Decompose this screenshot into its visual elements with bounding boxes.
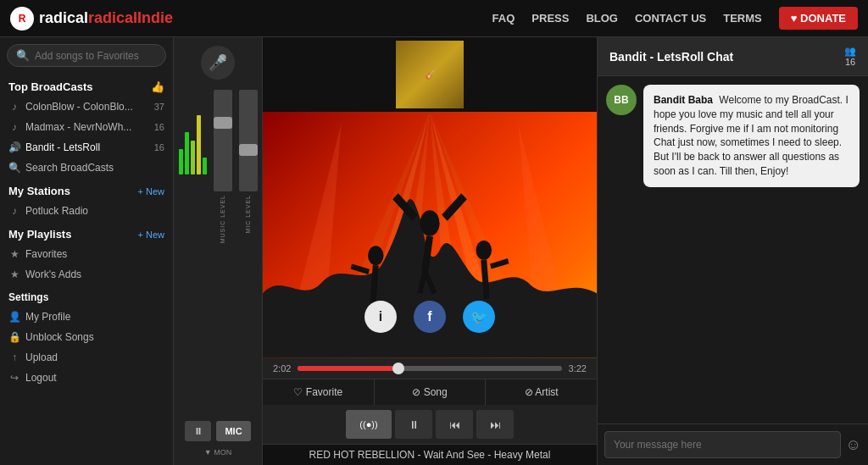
artist-button[interactable]: ⊘ Artist: [486, 379, 597, 405]
mixer: 🎤 MUSIC LEVEL MIC LEVEL: [174, 37, 263, 465]
radio-icon: ♪: [8, 205, 20, 217]
logout-icon: ↪: [8, 372, 20, 384]
sidebar: 🔍 Top BroadCasts 👍 ♪ ColonBlow - ColonBl…: [0, 37, 174, 465]
music-level-slider[interactable]: [214, 90, 232, 191]
current-time: 2:02: [273, 363, 291, 374]
lock-icon: 🔒: [8, 331, 20, 343]
svg-line-10: [444, 197, 464, 218]
facebook-button[interactable]: f: [414, 301, 446, 333]
listeners-icon: 👥: [844, 46, 856, 57]
transport-pause-button[interactable]: ⏸: [395, 410, 432, 439]
profile-icon: 👤: [8, 311, 20, 323]
mic-button[interactable]: MIC: [216, 421, 250, 441]
concert-image: i f 🐦: [263, 112, 597, 358]
listener-count: 16: [845, 57, 855, 67]
svg-line-16: [351, 267, 369, 272]
search-broadcasts-item[interactable]: 🔍 Search BroadCasts: [0, 158, 173, 178]
settings-profile[interactable]: 👤 My Profile: [0, 307, 173, 327]
note-icon-1: ♪: [8, 101, 20, 113]
next-button[interactable]: ⏭: [476, 410, 514, 439]
search-broadcasts-icon: 🔍: [8, 162, 20, 174]
transport-buttons: ((●)) ⏸ ⏮ ⏭: [263, 405, 597, 444]
broadcast-thumbnail-container: 🎸: [263, 37, 597, 112]
my-playlists-title: My Playlists + New: [0, 221, 173, 244]
nav-blog[interactable]: BLOG: [586, 12, 618, 25]
mic-icon: 🎤: [201, 46, 235, 80]
message-text: Welcome to my BroadCast. I hope you love…: [654, 94, 849, 177]
chat-header: Bandit - LetsRoll Chat 👥 16: [598, 37, 868, 76]
chat-avatar: BB: [606, 85, 637, 115]
concert-icons: i f 🐦: [364, 301, 495, 333]
svg-point-17: [476, 241, 492, 260]
progress-track[interactable]: [298, 366, 561, 371]
broadcast-item-1[interactable]: ♪ ColonBlow - ColonBlo... 37: [0, 97, 173, 117]
live-button[interactable]: ((●)): [346, 410, 392, 439]
now-playing-bar: RED HOT REBELLION - Wait And See - Heavy…: [263, 444, 597, 465]
nav-contact[interactable]: CONTACT US: [635, 12, 706, 25]
chat-area: Bandit - LetsRoll Chat 👥 16 BB Bandit Ba…: [597, 37, 868, 465]
prev-button[interactable]: ⏮: [436, 410, 473, 439]
mic-level-slider[interactable]: [239, 90, 258, 191]
pause-mixer-button[interactable]: ⏸: [185, 421, 211, 441]
search-box[interactable]: 🔍: [7, 44, 166, 67]
main-content: 🔍 Top BroadCasts 👍 ♪ ColonBlow - ColonBl…: [0, 37, 868, 465]
player-area: 🎸: [263, 37, 597, 465]
total-time: 3:22: [569, 363, 587, 374]
speaker-icon: 🔊: [8, 141, 20, 153]
svg-point-8: [420, 211, 439, 237]
message-sender: Bandit Baba: [654, 94, 713, 106]
svg-line-19: [491, 261, 509, 266]
mon-label: ▼ MON: [204, 448, 231, 457]
donate-button[interactable]: ♥ DONATE: [779, 7, 858, 30]
song-button[interactable]: ⊘ Song: [375, 379, 487, 405]
chat-input[interactable]: [604, 431, 841, 458]
chat-input-area: ☺: [598, 423, 868, 465]
twitter-button[interactable]: 🐦: [463, 301, 495, 333]
star-icon-2: ★: [8, 268, 20, 280]
chat-bubble: Bandit Baba Welcome to my BroadCast. I h…: [643, 85, 860, 187]
thumbs-up-icon: 👍: [151, 80, 164, 93]
chat-title: Bandit - LetsRoll Chat: [609, 50, 733, 64]
svg-line-11: [425, 236, 430, 272]
nav-terms[interactable]: TERMS: [723, 12, 762, 25]
station-item-1[interactable]: ♪ Potluck Radio: [0, 201, 173, 221]
svg-point-14: [368, 246, 384, 266]
settings-logout[interactable]: ↪ Logout: [0, 368, 173, 388]
mixer-btn-row: ⏸ MIC: [185, 421, 250, 441]
action-buttons: ♡ Favorite ⊘ Song ⊘ Artist: [263, 379, 597, 405]
my-stations-title: My Stations + New: [0, 178, 173, 201]
favorite-button[interactable]: ♡ Favorite: [263, 379, 375, 405]
progress-thumb[interactable]: [392, 363, 404, 374]
top-broadcasts-title: Top BroadCasts 👍: [0, 74, 173, 97]
nav-faq[interactable]: FAQ: [492, 12, 515, 25]
settings-title: Settings: [0, 285, 173, 307]
emoji-button[interactable]: ☺: [846, 436, 861, 454]
logo: R radicalradicalIndie: [10, 7, 173, 30]
progress-fill: [298, 366, 398, 371]
broadcast-item-3[interactable]: 🔊 Bandit - LetsRoll 16: [0, 137, 173, 158]
listener-counter: 👥 16: [844, 46, 856, 67]
playlist-works-adds[interactable]: ★ Work's Adds: [0, 264, 173, 285]
logo-icon: R: [10, 7, 34, 30]
chat-message-1: BB Bandit Baba Welcome to my BroadCast. …: [606, 85, 860, 187]
my-playlists-new-badge[interactable]: + New: [138, 230, 165, 240]
search-input[interactable]: [35, 50, 162, 62]
svg-line-15: [373, 266, 376, 305]
chat-messages: BB Bandit Baba Welcome to my BroadCast. …: [598, 76, 868, 423]
broadcast-item-2[interactable]: ♪ Madmax - NevrNoWh... 16: [0, 117, 173, 137]
settings-upload[interactable]: ↑ Upload: [0, 347, 173, 368]
my-stations-new-badge[interactable]: + New: [138, 186, 165, 197]
nav-press[interactable]: PRESS: [531, 12, 569, 25]
logo-text: radicalradicalIndie: [39, 9, 173, 27]
music-level-label: MUSIC LEVEL: [220, 195, 225, 243]
mic-level-label: MIC LEVEL: [245, 195, 251, 234]
upload-icon: ↑: [8, 352, 20, 363]
broadcast-thumbnail: 🎸: [396, 41, 464, 108]
star-icon-1: ★: [8, 248, 20, 260]
search-icon: 🔍: [16, 49, 30, 62]
playlist-favorites[interactable]: ★ Favorites: [0, 244, 173, 264]
info-button[interactable]: i: [364, 301, 397, 333]
progress-bar-container: 2:02 3:22: [263, 358, 597, 379]
settings-unblock[interactable]: 🔒 Unblock Songs: [0, 327, 173, 347]
nav-links: FAQ PRESS BLOG CONTACT US TERMS: [492, 12, 762, 25]
